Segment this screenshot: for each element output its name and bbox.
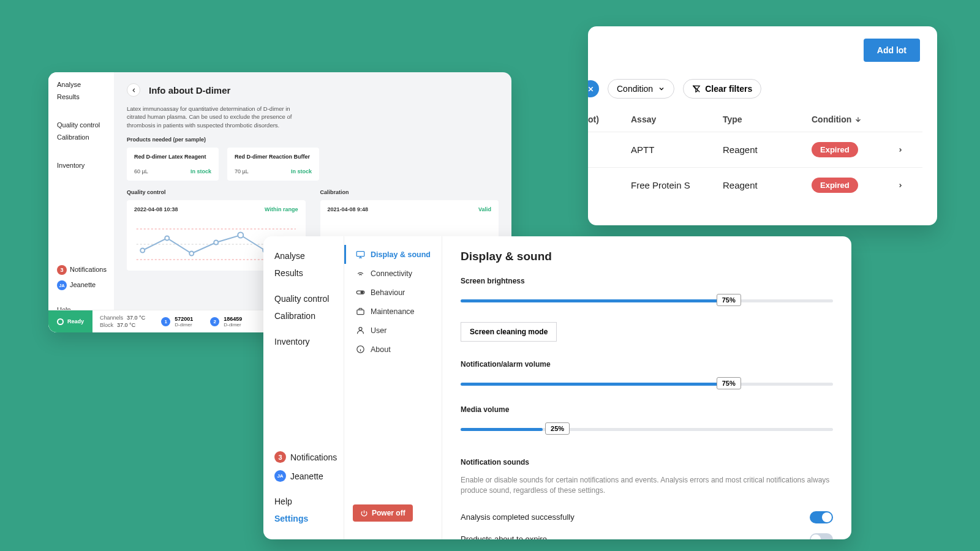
svg-rect-11 [356,252,364,257]
run-number-icon: 2 [210,317,219,326]
row-expand-button[interactable] [897,181,922,190]
table-row[interactable]: APTT Reagent Expired [588,132,922,167]
notification-badge-icon: 3 [274,451,286,463]
chevron-down-icon [658,85,665,92]
filter-off-icon [692,84,701,93]
svg-point-7 [238,232,243,238]
alarm-volume-label: Notification/alarm volume [461,360,833,369]
subnav-user[interactable]: User [344,321,442,340]
nav-help[interactable]: Help [274,493,344,510]
svg-point-5 [189,251,194,255]
svg-line-10 [693,86,700,92]
page-title: Info about D-dimer [149,85,230,96]
run-number-icon: 1 [161,317,170,326]
media-volume-slider[interactable]: 25% [461,422,833,436]
chevron-right-icon [897,181,903,190]
svg-point-4 [165,236,169,240]
nav-qc[interactable]: Quality control [57,121,114,129]
card1-sidebar: Analyse Results Quality control Calibrat… [48,72,114,332]
svg-point-3 [140,248,145,252]
svg-point-15 [359,328,362,331]
brightness-slider[interactable]: 75% [461,294,833,307]
nav-calibration[interactable]: Calibration [57,133,114,141]
alarm-volume-slider[interactable]: 75% [461,377,833,391]
info-icon [356,345,365,354]
subnav-display-sound[interactable]: Display & sound [344,245,442,264]
svg-rect-14 [357,310,364,315]
sidebar-user[interactable]: JAJeanette [57,280,114,290]
footer-run[interactable]: 2 186459D-dimer [202,316,251,328]
status-badge: Expired [812,142,858,157]
subnav-connectivity[interactable]: Connectivity [344,264,442,283]
nav-user[interactable]: JA Jeanette [274,467,344,485]
ready-chip: Ready [48,310,92,332]
notification-badge-icon: 3 [57,265,67,275]
nav-calibration[interactable]: Calibration [274,307,344,324]
user-icon [356,326,365,335]
table-header: ot) Assay Type Condition [588,114,922,132]
nav-analyse[interactable]: Analyse [57,81,114,88]
avatar-icon: JA [274,470,286,482]
row-expand-button[interactable] [897,146,922,154]
nav-inventory[interactable]: Inventory [274,333,344,350]
notification-sound-row: Analysis completed successfully [461,506,833,528]
toggle-icon [356,288,365,297]
product-card: Red D-dimer Latex Reagent 60 µLIn stock [127,148,219,181]
remove-filter-button[interactable] [588,80,599,97]
page-description: Latex immunoassay for quantitative deter… [127,105,311,129]
media-volume-label: Media volume [461,405,833,414]
notification-toggle[interactable] [810,533,833,539]
condition-dropdown[interactable]: Condition [608,79,674,99]
table-row[interactable]: Free Protein S Reagent Expired [588,167,922,203]
products-heading: Products needed (per sample) [127,137,499,143]
wifi-icon [356,269,365,278]
inventory-card: Add lot Condition Clear filters ot) Assa… [588,26,937,225]
cal-heading: Calibration [320,189,499,195]
screen-cleaning-button[interactable]: Screen cleaning mode [461,322,557,342]
back-button[interactable] [127,83,140,97]
footer-run[interactable]: 1 572001D-dimer [153,316,202,328]
settings-title: Display & sound [461,250,833,263]
power-icon [360,509,368,517]
power-off-button[interactable]: Power off [353,504,413,522]
add-lot-button[interactable]: Add lot [864,39,920,62]
notification-sounds-description: Enable or disable sounds for certain not… [461,475,833,497]
nav-notifications[interactable]: 3 Notifications [274,448,344,467]
temperature-block: Channels37.0 °C Block37.0 °C [92,315,153,328]
brightness-label: Screen brightness [461,277,833,285]
subnav-behaviour[interactable]: Behaviour [344,283,442,302]
clear-filters-button[interactable]: Clear filters [683,79,761,99]
nav-settings[interactable]: Settings [274,510,344,527]
status-badge: Expired [812,178,858,193]
arrow-down-icon [854,116,862,123]
subnav-about[interactable]: About [344,340,442,359]
nav-inventory[interactable]: Inventory [57,162,114,169]
nav-results[interactable]: Results [274,264,344,282]
sidebar-notifications[interactable]: 3Notifications [57,265,114,275]
subnav-maintenance[interactable]: Maintenance [344,302,442,321]
condition-column-sort[interactable]: Condition [812,114,897,124]
chevron-right-icon [897,146,903,154]
nav-results[interactable]: Results [57,93,114,100]
arrow-left-icon [130,87,137,94]
toolbox-icon [356,307,365,316]
svg-point-6 [214,240,218,244]
notification-sounds-heading: Notification sounds [461,458,833,467]
product-card: Red D-dimer Reaction Buffer 70 µLIn stoc… [227,148,319,181]
avatar-icon: JA [57,280,67,290]
qc-heading: Quality control [127,189,306,195]
settings-card: Analyse Results Quality control Calibrat… [263,236,851,539]
settings-subnav: Display & sound Connectivity Behaviour M… [344,236,442,539]
svg-point-13 [361,291,363,294]
monitor-icon [356,250,365,259]
close-icon [588,85,595,93]
notification-sound-row: Products about to expire [461,528,833,539]
notification-toggle[interactable] [810,511,833,523]
nav-qc[interactable]: Quality control [274,290,344,307]
settings-content: Display & sound Screen brightness 75% Sc… [442,236,851,539]
nav-analyse[interactable]: Analyse [274,247,344,264]
card2-nav: Analyse Results Quality control Calibrat… [263,236,344,539]
ready-icon [57,318,64,325]
